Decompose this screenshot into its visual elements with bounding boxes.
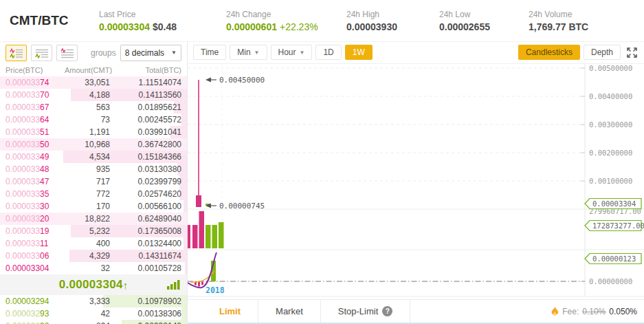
decimals-grouping-select[interactable]: 8 decimals ▼: [120, 45, 181, 61]
depth-bars-icon[interactable]: [167, 280, 181, 292]
stat-label: 24h Low: [439, 10, 529, 19]
help-icon[interactable]: ?: [382, 306, 392, 316]
tab-limit[interactable]: Limit: [201, 300, 258, 323]
tab-stop-limit[interactable]: Stop-Limit ?: [321, 300, 411, 323]
volume-bar: [219, 222, 224, 248]
total-cell: 0.62489040: [110, 213, 181, 225]
total-cell: 0.36742800: [110, 138, 181, 151]
tab-market[interactable]: Market: [258, 300, 321, 323]
sell-book-icon: [60, 48, 74, 58]
total-cell: 0.02574620: [110, 188, 181, 200]
total-cell: 0.00566100: [110, 200, 181, 213]
combined-book-button[interactable]: [5, 45, 27, 61]
chart-mode-buttons: CandlesticksDepth: [518, 45, 624, 60]
stat-label: 24h High: [346, 10, 439, 19]
depth-bar: [181, 307, 187, 320]
chart-canvas[interactable]: 0.005000000.004000000.003000000.00200000…: [188, 64, 644, 299]
zero-axis-label: 0.00000000: [589, 277, 632, 285]
buy-book-button[interactable]: [31, 45, 52, 61]
decimals-grouping-value: 8 decimals: [125, 45, 164, 61]
last-price-tag: 0.00003304: [585, 198, 641, 208]
depth-bar: [184, 200, 187, 213]
price-cell: 0.00003292: [5, 320, 65, 324]
total-cell: 1.11514074: [110, 76, 181, 89]
bid-row[interactable]: 0.000032928940.02932148: [0, 320, 187, 324]
depth-bar: [184, 237, 187, 250]
ask-row[interactable]: 0.000033301700.00566100: [0, 200, 187, 213]
timeframe-min-button[interactable]: Min▼: [230, 45, 267, 60]
high-value: 0.00003930: [346, 21, 439, 32]
ask-row[interactable]: 0.000033477170.02399799: [0, 175, 187, 188]
ask-row[interactable]: 0.000033511,1910.03991041: [0, 126, 187, 138]
price-cell: 0.00003335: [5, 188, 65, 200]
ask-row[interactable]: 0.000033494,5340.15184366: [0, 151, 187, 163]
amount-cell: 717: [65, 175, 110, 188]
stat-label: Last Price: [99, 10, 226, 19]
ask-row[interactable]: 0.000033357720.02574620: [0, 188, 187, 200]
col-total: Total(BTC): [110, 64, 181, 76]
amount-cell: 33,051: [65, 76, 110, 89]
ask-row[interactable]: 0.000033675630.01895621: [0, 101, 187, 114]
ask-row[interactable]: 0.0000335010,9680.36742800: [0, 138, 187, 151]
stat-label: 24h Change: [226, 10, 346, 19]
order-book-panel: groups 8 decimals ▼ Price(BTC) Amount(CM…: [0, 42, 188, 324]
chart-mode-candlesticks-button[interactable]: Candlesticks: [518, 45, 580, 60]
ask-row[interactable]: 0.0000332018,8220.62489040: [0, 213, 187, 225]
bid-row[interactable]: 0.00003293420.00138306: [0, 307, 187, 320]
price-cell: 0.00003330: [5, 200, 65, 213]
col-amount: Amount(CMT): [65, 64, 110, 76]
price-axis-label: 0.00500000: [589, 64, 632, 72]
price-cell: 0.00003319: [5, 225, 65, 237]
oscillator-tag: 0.00000123: [585, 253, 641, 263]
amount-cell: 18,822: [65, 213, 110, 225]
combined-book-icon: [10, 48, 23, 58]
ask-row[interactable]: 0.000033114000.01324400: [0, 237, 187, 250]
timeframe-1w-button[interactable]: 1W: [345, 45, 373, 60]
fee-indicator: Fee: 0.10% 0.050%: [551, 300, 637, 323]
total-cell: 0.03130380: [110, 163, 181, 175]
price-cell: 0.00003306: [5, 250, 65, 262]
ask-row[interactable]: 0.000033195,2320.17365008: [0, 225, 187, 237]
volume-value: 1,769.77 BTC: [529, 21, 643, 32]
price-axis-label: 0.00200000: [589, 149, 632, 157]
stat-24h-high: 24h High 0.00003930: [346, 10, 439, 32]
total-cell: 0.15184366: [110, 151, 181, 163]
price-cell: 0.00003367: [5, 101, 65, 114]
timeframe-hour-button[interactable]: Hour▼: [271, 45, 313, 60]
bid-row[interactable]: 0.000032943,3330.10978902: [0, 295, 187, 307]
price-cell: 0.00003304: [5, 262, 65, 274]
price-cell: 0.00003364: [5, 114, 65, 126]
amount-cell: 4,534: [65, 151, 110, 163]
ask-row[interactable]: 0.000033489350.03130380: [0, 163, 187, 175]
amount-cell: 563: [65, 101, 110, 114]
ask-row[interactable]: 0.00003304320.00105728: [0, 262, 187, 274]
volume-tag: 172873277.00: [585, 220, 644, 230]
order-book-column-headers: Price(BTC) Amount(CMT) Total(BTC): [0, 64, 187, 76]
ask-row[interactable]: 0.0000337433,0511.11514074: [0, 76, 187, 89]
total-cell: 0.10978902: [110, 295, 181, 307]
price-cell: 0.00003311: [5, 237, 65, 250]
svg-text:0.00003304: 0.00003304: [592, 199, 636, 208]
flame-icon: [551, 306, 559, 316]
fullscreen-expand-icon[interactable]: [627, 47, 637, 58]
chart-mode-depth-button[interactable]: Depth: [584, 45, 621, 60]
change-value: 0.00000601: [226, 21, 277, 32]
timeframe-time-button[interactable]: Time: [193, 45, 226, 60]
pair-header: CMT/BTC Last Price 0.00003304$0.48 24h C…: [0, 0, 644, 41]
volume-bar: [206, 225, 211, 248]
sell-book-button[interactable]: [56, 45, 78, 61]
svg-text:0.00450000: 0.00450000: [219, 76, 265, 85]
svg-text:0.00000745: 0.00000745: [219, 202, 265, 210]
price-axis-label: 0.00300000: [589, 120, 632, 129]
price-cell: 0.00003370: [5, 89, 65, 101]
timeframe-1d-button[interactable]: 1D: [315, 45, 341, 60]
ask-row[interactable]: 0.000033064,3290.14311674: [0, 250, 187, 262]
stat-24h-low: 24h Low 0.00002655: [439, 10, 529, 32]
ask-row[interactable]: 0.000033704,1880.14113560: [0, 89, 187, 101]
svg-text:0.00000123: 0.00000123: [592, 255, 636, 263]
asks-list: 0.0000337433,0511.115140740.000033704,18…: [0, 76, 187, 274]
last-price-usd: $0.48: [153, 21, 177, 32]
ask-row[interactable]: 0.00003364730.00245572: [0, 114, 187, 126]
chart-toolbar: TimeMin▼Hour▼1D1W CandlesticksDepth: [188, 42, 644, 64]
change-percent: +22.23%: [280, 21, 318, 32]
